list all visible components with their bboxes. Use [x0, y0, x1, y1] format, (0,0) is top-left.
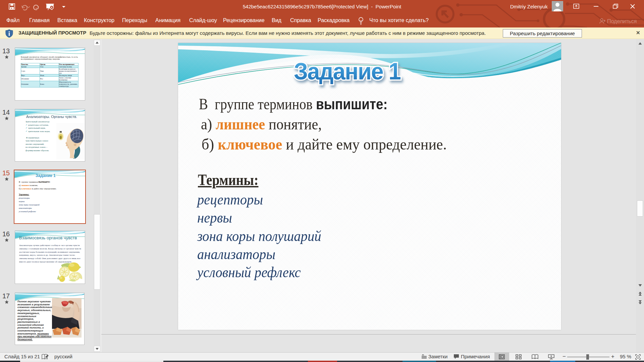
svg-text:Задание 1: Задание 1 [294, 58, 400, 84]
